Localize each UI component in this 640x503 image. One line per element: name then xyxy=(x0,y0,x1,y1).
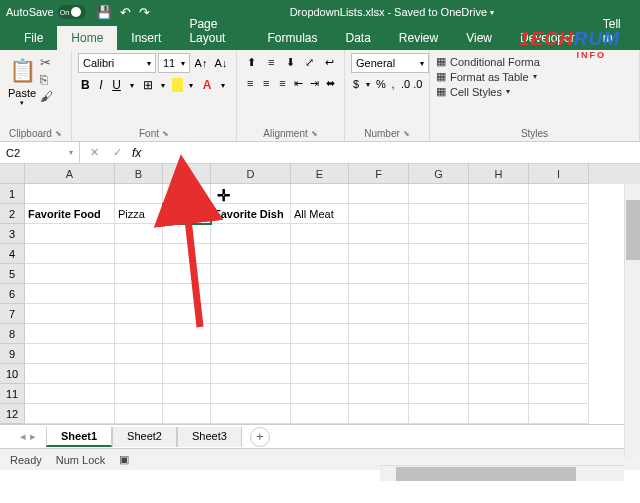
cell[interactable] xyxy=(115,404,163,424)
dialog-launcher-icon[interactable]: ⬊ xyxy=(162,129,169,138)
cell[interactable] xyxy=(163,264,211,284)
chevron-down-icon[interactable]: ▾ xyxy=(156,75,171,95)
cell[interactable] xyxy=(211,404,291,424)
column-header[interactable]: F xyxy=(349,164,409,184)
cell[interactable] xyxy=(211,384,291,404)
chevron-down-icon[interactable]: ▾ xyxy=(20,99,24,107)
cell[interactable] xyxy=(409,264,469,284)
cell-styles-button[interactable]: ▦Cell Styles▾ xyxy=(436,85,633,98)
dialog-launcher-icon[interactable]: ⬊ xyxy=(403,129,410,138)
cell[interactable] xyxy=(349,344,409,364)
enter-icon[interactable]: ✓ xyxy=(109,146,126,159)
cell[interactable] xyxy=(469,284,529,304)
cell[interactable] xyxy=(25,324,115,344)
row-header[interactable]: 9 xyxy=(0,344,25,364)
sheet-tab[interactable]: Sheet1 xyxy=(46,427,112,447)
dialog-launcher-icon[interactable]: ⬊ xyxy=(311,129,318,138)
cut-icon[interactable]: ✂ xyxy=(40,55,53,70)
cell[interactable] xyxy=(291,404,349,424)
cell[interactable] xyxy=(529,224,589,244)
orientation-icon[interactable]: ⤢ xyxy=(301,53,318,71)
cell[interactable] xyxy=(529,204,589,224)
dialog-launcher-icon[interactable]: ⬊ xyxy=(55,129,62,138)
chevron-down-icon[interactable]: ▾ xyxy=(184,75,199,95)
cell[interactable] xyxy=(291,264,349,284)
cell[interactable] xyxy=(469,324,529,344)
wrap-text-icon[interactable]: ↩ xyxy=(321,53,338,71)
cell[interactable] xyxy=(291,224,349,244)
cell[interactable] xyxy=(349,404,409,424)
format-as-table-button[interactable]: ▦Format as Table▾ xyxy=(436,70,633,83)
scrollbar-thumb[interactable] xyxy=(396,467,576,481)
cell[interactable] xyxy=(163,404,211,424)
cell[interactable] xyxy=(211,324,291,344)
cell[interactable] xyxy=(409,284,469,304)
select-all-corner[interactable] xyxy=(0,164,25,184)
fx-icon[interactable]: fx xyxy=(132,146,141,160)
sheet-tab[interactable]: Sheet2 xyxy=(112,427,177,447)
underline-button[interactable]: U xyxy=(109,75,124,95)
cell[interactable] xyxy=(25,224,115,244)
row-header[interactable]: 3 xyxy=(0,224,25,244)
cell[interactable] xyxy=(409,184,469,204)
tab-review[interactable]: Review xyxy=(385,26,452,50)
column-header[interactable]: G xyxy=(409,164,469,184)
increase-decimal-icon[interactable]: .0 xyxy=(400,75,410,93)
cell[interactable] xyxy=(163,204,211,224)
cell[interactable] xyxy=(163,364,211,384)
cell[interactable] xyxy=(529,344,589,364)
font-size-select[interactable]: 11▾ xyxy=(158,53,190,73)
cell[interactable] xyxy=(211,264,291,284)
align-center-icon[interactable]: ≡ xyxy=(259,74,273,92)
cell[interactable] xyxy=(349,384,409,404)
cell[interactable] xyxy=(115,284,163,304)
paste-button[interactable]: 📋 Paste ▾ xyxy=(6,53,38,109)
border-icon[interactable]: ⊞ xyxy=(141,75,156,95)
row-header[interactable]: 5 xyxy=(0,264,25,284)
cell[interactable] xyxy=(115,384,163,404)
tab-home[interactable]: Home xyxy=(57,26,117,50)
cell[interactable] xyxy=(349,324,409,344)
cell[interactable] xyxy=(25,404,115,424)
cell[interactable] xyxy=(291,284,349,304)
tab-file[interactable]: File xyxy=(10,26,57,50)
cell[interactable] xyxy=(115,364,163,384)
cell[interactable] xyxy=(211,344,291,364)
column-header[interactable]: H xyxy=(469,164,529,184)
cell[interactable] xyxy=(409,364,469,384)
cell[interactable] xyxy=(25,184,115,204)
cell[interactable] xyxy=(25,304,115,324)
decrease-font-icon[interactable]: A↓ xyxy=(212,53,230,73)
cell[interactable] xyxy=(409,244,469,264)
cell[interactable] xyxy=(163,244,211,264)
cancel-icon[interactable]: ✕ xyxy=(86,146,103,159)
row-header[interactable]: 8 xyxy=(0,324,25,344)
cell[interactable] xyxy=(163,384,211,404)
tab-data[interactable]: Data xyxy=(331,26,384,50)
undo-icon[interactable]: ↶ xyxy=(120,5,131,20)
cell[interactable] xyxy=(409,204,469,224)
column-header[interactable]: D xyxy=(211,164,291,184)
cell[interactable] xyxy=(469,344,529,364)
cell[interactable] xyxy=(349,304,409,324)
horizontal-scrollbar[interactable] xyxy=(380,465,624,481)
cell[interactable] xyxy=(291,304,349,324)
cell[interactable] xyxy=(529,304,589,324)
row-header[interactable]: 12 xyxy=(0,404,25,424)
cell[interactable] xyxy=(25,344,115,364)
cell[interactable] xyxy=(469,384,529,404)
cell[interactable] xyxy=(163,324,211,344)
row-header[interactable]: 2 xyxy=(0,204,25,224)
sheet-nav-prev-icon[interactable]: ◂ xyxy=(20,430,26,443)
cell[interactable] xyxy=(469,264,529,284)
italic-button[interactable]: I xyxy=(94,75,109,95)
align-right-icon[interactable]: ≡ xyxy=(275,74,289,92)
cell[interactable] xyxy=(291,184,349,204)
tab-developer[interactable]: Developer xyxy=(506,26,589,50)
cell[interactable] xyxy=(115,304,163,324)
chevron-down-icon[interactable]: ▾ xyxy=(125,75,140,95)
cell[interactable] xyxy=(25,264,115,284)
comma-icon[interactable]: , xyxy=(388,75,398,93)
indent-decrease-icon[interactable]: ⇤ xyxy=(292,74,306,92)
row-header[interactable]: 4 xyxy=(0,244,25,264)
